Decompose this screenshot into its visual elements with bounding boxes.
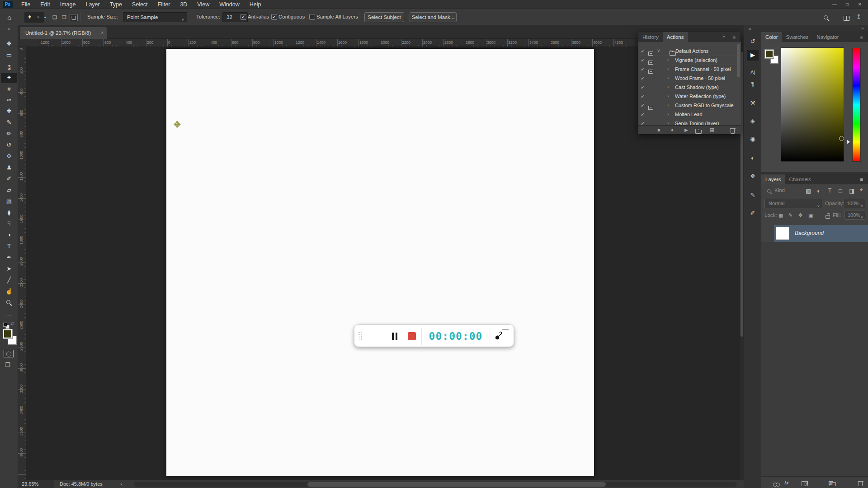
adjustments-panel-icon[interactable]: ◐ — [747, 153, 759, 164]
expand-icon[interactable]: › — [667, 84, 669, 89]
menu-item-3d[interactable]: 3D — [175, 0, 192, 9]
history-brush-tool[interactable]: ↺ — [3, 140, 15, 150]
character-panel-icon[interactable]: A| — [747, 67, 759, 78]
edit-toolbar-icon[interactable]: ⋯ — [6, 313, 11, 319]
new-action-icon[interactable]: ⊞ — [710, 127, 714, 133]
foreground-color-swatch[interactable] — [764, 49, 774, 59]
stop-playing-icon[interactable]: ■ — [657, 127, 660, 133]
action-row[interactable]: ✓›Custom RGB to Grayscale — [638, 101, 741, 110]
blend-mode-dropdown[interactable]: Normal ˅ — [764, 199, 822, 208]
menu-item-window[interactable]: Window — [214, 0, 244, 9]
smudge-tool[interactable]: ☟ — [3, 219, 15, 229]
select-and-mask-button[interactable]: Select and Mask... — [410, 12, 457, 22]
delete-icon[interactable] — [731, 129, 735, 134]
filter-pixel-layers-icon[interactable]: ▩ — [806, 188, 811, 194]
healing-brush-tool[interactable]: ✚ — [3, 106, 15, 117]
menu-item-type[interactable]: Type — [105, 0, 127, 9]
filter-type-layers-icon[interactable]: T — [828, 188, 831, 194]
share-icon[interactable]: ↥ — [856, 13, 861, 20]
opacity-field[interactable]: 100% ˅ — [844, 199, 865, 208]
new-layer-icon[interactable]: ⊞ — [828, 480, 833, 486]
mixer-brush-tool[interactable]: ✣ — [3, 151, 15, 162]
menu-item-select[interactable]: Select — [127, 0, 153, 9]
menu-item-view[interactable]: View — [192, 0, 214, 9]
brushes-panel-icon[interactable]: ✐ — [747, 208, 759, 219]
stop-recording-button[interactable] — [408, 332, 416, 340]
hue-slider-arrow[interactable] — [847, 140, 850, 144]
action-row[interactable]: ✓˅Default Actions — [638, 47, 741, 56]
action-check-icon[interactable]: ✓ — [641, 48, 645, 54]
close-tab-icon[interactable]: × — [101, 27, 104, 39]
expand-icon[interactable]: › — [667, 75, 669, 80]
glyphs-panel-icon[interactable]: ❖ — [747, 171, 759, 182]
layer-thumbnail[interactable] — [776, 227, 789, 240]
panel-tab-history[interactable]: History — [638, 32, 663, 42]
select-subject-button[interactable]: Select Subject — [364, 12, 404, 22]
action-dialog-icon[interactable] — [648, 61, 653, 65]
action-check-icon[interactable]: ✓ — [641, 57, 645, 63]
action-dialog-icon[interactable] — [648, 106, 653, 110]
close-button[interactable]: ✕ — [854, 0, 866, 9]
hand-tool[interactable]: ☝ — [3, 286, 15, 297]
expand-icon[interactable]: › — [667, 112, 669, 117]
annotate-brush-icon[interactable] — [494, 331, 504, 343]
chevron-down-icon[interactable]: ˅ — [848, 15, 850, 20]
default-colors-icon[interactable] — [3, 323, 9, 328]
panel-tab-navigator[interactable]: Navigator — [812, 32, 843, 42]
actions-panel-icon[interactable]: ▶ — [747, 50, 759, 61]
tool-presets-panel-icon[interactable]: ⚒ — [747, 98, 759, 108]
panel-tab-swatches[interactable]: Swatches — [782, 32, 812, 42]
new-set-folder-icon[interactable] — [695, 130, 702, 134]
blur-tool[interactable]: ⧫ — [3, 208, 15, 218]
path-selection-tool[interactable]: ➤ — [3, 264, 15, 274]
magic-wand-tool[interactable]: ✦ — [1, 73, 17, 83]
action-check-icon[interactable]: ✓ — [641, 94, 645, 99]
anti-alias-checkbox[interactable]: ✓ — [241, 14, 246, 20]
dodge-tool[interactable]: ◑ — [3, 230, 15, 240]
menu-item-filter[interactable]: Filter — [153, 0, 175, 9]
brush-settings-panel-icon[interactable]: ✎ — [747, 190, 759, 201]
delete-layer-icon[interactable] — [859, 482, 863, 486]
new-selection-mode[interactable]: ▪ — [41, 14, 49, 21]
crop-tool[interactable]: # — [3, 84, 15, 94]
marquee-tool[interactable]: ▭ — [3, 50, 15, 61]
menu-item-help[interactable]: Help — [245, 0, 266, 9]
action-row[interactable]: ✓›Vignette (selection) — [638, 56, 741, 65]
expand-icon[interactable]: › — [667, 57, 669, 62]
lock-all-icon[interactable] — [826, 215, 830, 219]
panel-menu-icon[interactable]: ≡ — [860, 176, 863, 183]
lock-transparency-icon[interactable]: ▦ — [778, 212, 783, 218]
gradient-tool[interactable]: ▧ — [3, 197, 15, 207]
menu-item-layer[interactable]: Layer — [80, 0, 104, 9]
play-selection-icon[interactable]: ▶ — [684, 127, 688, 133]
action-check-icon[interactable]: ✓ — [641, 66, 645, 72]
contiguous-checkbox[interactable]: ✓ — [271, 14, 277, 20]
panel-tab-layers[interactable]: Layers — [761, 174, 785, 184]
3d-panel-icon[interactable]: ◈ — [747, 116, 759, 127]
materials-panel-icon[interactable]: ◉ — [747, 134, 759, 145]
filter-smart-objects-icon[interactable]: ◨ — [849, 188, 854, 194]
swap-colors-icon[interactable]: ⇄ — [10, 321, 14, 326]
begin-recording-icon[interactable]: ● — [671, 127, 674, 133]
document-tab[interactable]: Untitled-1 @ 23.7% (RGB/8) × — [20, 27, 107, 39]
menu-item-edit[interactable]: Edit — [35, 0, 55, 9]
saturation-brightness-field[interactable] — [781, 47, 844, 162]
eyedropper-tool[interactable]: ✑ — [3, 95, 15, 106]
clone-stamp-tool[interactable]: ♟ — [3, 163, 15, 173]
action-check-icon[interactable]: ✓ — [641, 75, 645, 81]
intersect-selection-mode[interactable]: ❑ — [70, 14, 78, 21]
lasso-tool[interactable]: ʓ — [3, 61, 15, 72]
pencil-tool[interactable]: ✏ — [3, 129, 15, 139]
expand-icon[interactable]: › — [667, 103, 669, 108]
expand-open-icon[interactable]: ˅ — [657, 48, 660, 53]
history-panel-icon[interactable]: ↺ — [747, 36, 759, 47]
adjustment-layer-icon[interactable]: ◐ — [806, 480, 809, 486]
zoom-tool[interactable] — [3, 298, 15, 308]
collapse-dock-icon[interactable]: » — [861, 26, 864, 31]
action-check-icon[interactable]: ✓ — [641, 112, 645, 117]
fill-field[interactable]: 100% ˅ — [844, 211, 865, 220]
layer-name[interactable]: Background — [795, 230, 824, 236]
collapse-dock-icon[interactable]: « — [749, 26, 751, 31]
layer-effects-icon[interactable]: fx — [784, 480, 789, 485]
filter-shape-layers-icon[interactable]: □ — [839, 188, 842, 194]
